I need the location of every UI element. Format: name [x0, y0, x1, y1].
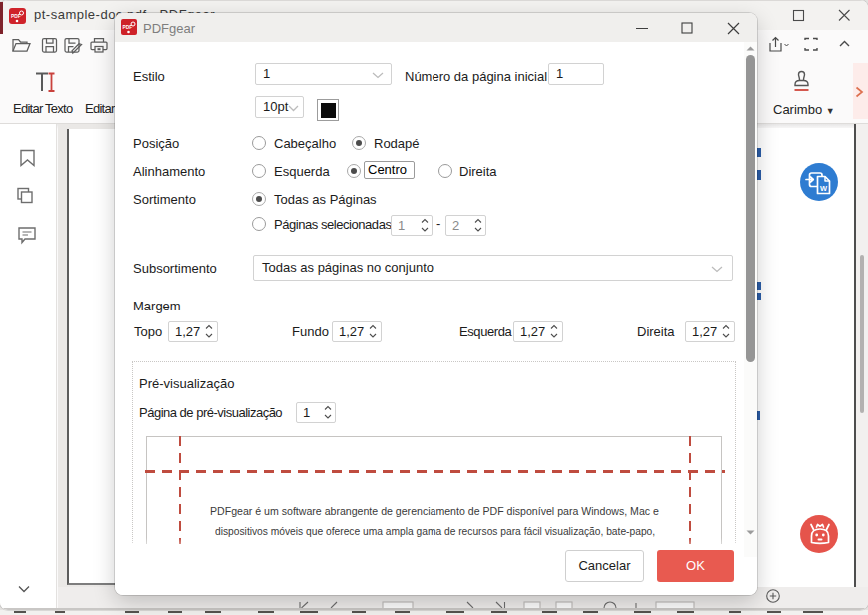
svg-text:PDF: PDF [123, 25, 133, 30]
svg-text:PDF: PDF [11, 14, 21, 19]
svg-text:W: W [820, 184, 828, 193]
